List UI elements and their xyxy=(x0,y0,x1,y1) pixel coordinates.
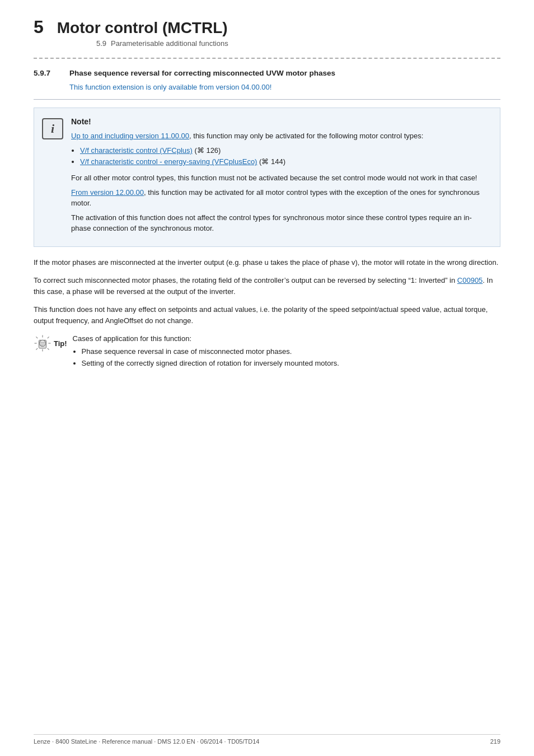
note-para2: For all other motor control types, this … xyxy=(71,172,490,184)
tip-bullet-list: Phase sequence reversal in case of misco… xyxy=(82,346,500,370)
tip-bullet1: Phase sequence reversal in case of misco… xyxy=(82,346,500,358)
note-box: i Note! Up to and including version 11.0… xyxy=(34,108,500,247)
section-separator xyxy=(34,99,500,100)
footer-right: 219 xyxy=(490,738,500,745)
note-bullet1-link[interactable]: V/f characteristic control (VFCplus) xyxy=(80,146,193,155)
body-para3: This function does not have any effect o… xyxy=(34,304,500,326)
svg-line-4 xyxy=(36,337,38,339)
section-heading: 5.9.7 Phase sequence reversal for correc… xyxy=(34,69,500,77)
footer-left: Lenze · 8400 StateLine · Reference manua… xyxy=(34,738,259,745)
body-para2-link[interactable]: C00905 xyxy=(457,276,483,284)
tip-content: Cases of application for this function: … xyxy=(73,334,500,370)
body-para2-prefix: To correct such misconnected motor phase… xyxy=(34,276,457,284)
note-bullet1-ref: (⌘ 126) xyxy=(194,146,221,155)
page-footer: Lenze · 8400 StateLine · Reference manua… xyxy=(34,734,500,745)
section-number-597: 5.9.7 xyxy=(34,69,60,77)
page-header: 5 Motor control (MCTRL) 5.9 Parameterisa… xyxy=(34,18,500,48)
note-title: Note! xyxy=(71,117,490,126)
tip-box: Tip! Cases of application for this funct… xyxy=(34,334,500,370)
note-version-link[interactable]: Up to and including version 11.00.00 xyxy=(71,132,189,140)
page: 5 Motor control (MCTRL) 5.9 Parameterisa… xyxy=(0,0,534,756)
chapter-number: 5 xyxy=(34,18,44,36)
note-content: Note! Up to and including version 11.00.… xyxy=(71,117,490,237)
body-para2: To correct such misconnected motor phase… xyxy=(34,275,500,297)
tip-bullet2: Setting of the correctly signed directio… xyxy=(82,358,500,370)
note-para4: The activation of this function does not… xyxy=(71,212,490,234)
tip-icon-container: Tip! xyxy=(34,334,67,352)
note-bullet2-link[interactable]: V/f characteristic control - energy-savi… xyxy=(80,157,257,166)
note-para1-suffix: , this function may only be activated fo… xyxy=(189,132,423,140)
note-bullet1: V/f characteristic control (VFCplus) (⌘ … xyxy=(80,145,490,157)
note-para3: From version 12.00.00, this function may… xyxy=(71,187,490,209)
section-number: 5.9 xyxy=(96,39,106,48)
svg-line-6 xyxy=(48,337,49,339)
note-para1: Up to and including version 11.00.00, th… xyxy=(71,130,490,142)
blue-notice: This function extension is only availabl… xyxy=(69,83,500,91)
note-bullet-list: V/f characteristic control (VFCplus) (⌘ … xyxy=(80,145,490,169)
header-divider xyxy=(34,58,500,59)
note-bullet2: V/f characteristic control - energy-savi… xyxy=(80,156,490,168)
chapter-title: Motor control (MCTRL) xyxy=(57,20,228,36)
svg-line-7 xyxy=(36,348,38,350)
body-para1: If the motor phases are misconnected at … xyxy=(34,257,500,268)
tip-intro: Cases of application for this function: xyxy=(73,334,500,343)
note-version2-link[interactable]: From version 12.00.00 xyxy=(71,188,144,197)
svg-line-5 xyxy=(48,348,49,350)
tip-label: Tip! xyxy=(54,339,67,348)
note-bullet2-ref: (⌘ 144) xyxy=(259,157,285,166)
note-icon: i xyxy=(42,118,63,139)
section-subtitle: Parameterisable additional functions xyxy=(111,39,228,48)
section-title: Phase sequence reversal for correcting m… xyxy=(69,69,335,77)
tip-svg-icon xyxy=(34,334,51,352)
